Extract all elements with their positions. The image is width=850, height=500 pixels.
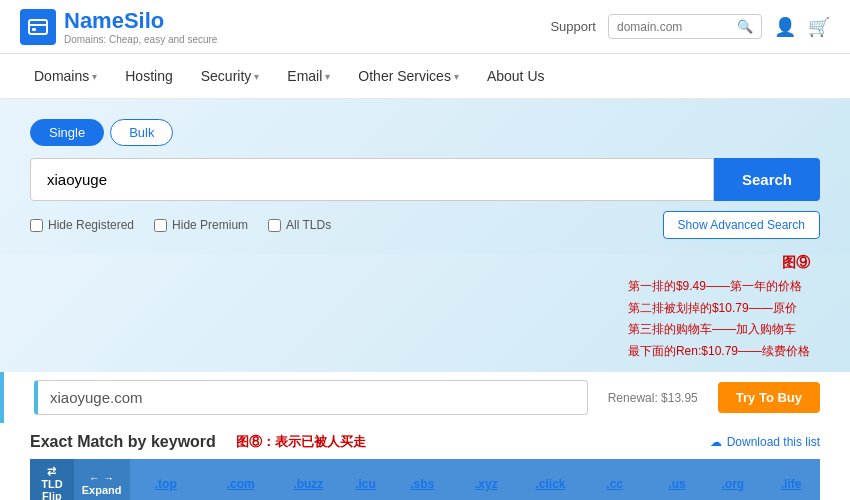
exact-match-section: Exact Match by keyword 图⑧：表示已被人买走 ☁ Down… xyxy=(0,423,850,500)
user-icon[interactable]: 👤 xyxy=(774,16,796,38)
nav-item-other-services[interactable]: Other Services ▾ xyxy=(344,54,473,98)
col-header-expand: ← →Expand xyxy=(74,459,130,500)
search-button[interactable]: Search xyxy=(714,158,820,201)
search-options: Hide Registered Hide Premium All TLDs Sh… xyxy=(30,211,820,239)
download-icon: ☁ xyxy=(710,435,722,449)
col-header-us: .us xyxy=(650,459,703,500)
renewal-text: Renewal: $13.95 xyxy=(608,391,698,405)
download-list-button[interactable]: ☁ Download this list xyxy=(710,435,820,449)
col-header-org: .org xyxy=(704,459,763,500)
annotation-area: 图⑨ 第一排的$9.49——第一年的价格 第二排被划掉的$10.79——原价 第… xyxy=(0,254,850,372)
annotation-box: 图⑨ 第一排的$9.49——第一年的价格 第二排被划掉的$10.79——原价 第… xyxy=(30,254,820,362)
logo-area: NameSilo Domains: Cheap, easy and secure xyxy=(20,8,217,45)
top-search-input[interactable] xyxy=(617,20,737,34)
nav-item-security[interactable]: Security ▾ xyxy=(187,54,274,98)
nav-item-about-us[interactable]: About Us xyxy=(473,54,559,98)
nav-item-hosting[interactable]: Hosting xyxy=(111,54,186,98)
domain-result-row: xiaoyuge.com Renewal: $13.95 Try To Buy xyxy=(0,372,850,423)
tab-single[interactable]: Single xyxy=(30,119,104,146)
advanced-search-button[interactable]: Show Advanced Search xyxy=(663,211,820,239)
annotation-text: 第一排的$9.49——第一年的价格 第二排被划掉的$10.79——原价 第三排的… xyxy=(628,276,810,362)
nav-item-domains[interactable]: Domains ▾ xyxy=(20,54,111,98)
logo-text: NameSilo Domains: Cheap, easy and secure xyxy=(64,8,217,45)
nav-item-email[interactable]: Email ▾ xyxy=(273,54,344,98)
hide-registered-option[interactable]: Hide Registered xyxy=(30,218,134,232)
nav-bar: Domains ▾ Hosting Security ▾ Email ▾ Oth… xyxy=(0,54,850,99)
tld-table: ⇄ TLDFlip ← →Expand .top .com .buzz .icu… xyxy=(30,459,820,500)
domain-result-name: xiaoyuge.com xyxy=(34,380,588,415)
col-header-icu: .icu xyxy=(337,459,394,500)
top-search-box[interactable]: 🔍 xyxy=(608,14,762,39)
svg-rect-0 xyxy=(29,20,47,34)
chevron-down-icon: ▾ xyxy=(454,71,459,82)
col-header-top: .top xyxy=(130,459,202,500)
chevron-down-icon: ▾ xyxy=(92,71,97,82)
try-buy-button[interactable]: Try To Buy xyxy=(718,382,820,413)
logo-icon xyxy=(20,9,56,45)
top-right-controls: Support 🔍 👤 🛒 xyxy=(550,14,830,39)
support-label: Support xyxy=(550,19,596,34)
search-tabs: Single Bulk xyxy=(30,119,820,146)
hero-section: Single Bulk Search Hide Registered Hide … xyxy=(0,99,850,254)
col-header-buzz: .buzz xyxy=(279,459,337,500)
chevron-down-icon: ▾ xyxy=(325,71,330,82)
col-header-cc: .cc xyxy=(579,459,650,500)
search-row: Search xyxy=(30,158,820,201)
svg-rect-2 xyxy=(32,28,36,31)
fig9-label: 图⑨ xyxy=(628,254,810,272)
fig8-annotation: 图⑧：表示已被人买走 xyxy=(236,433,366,451)
cart-icon[interactable]: 🛒 xyxy=(808,16,830,38)
col-header-life: .life xyxy=(762,459,820,500)
chevron-down-icon: ▾ xyxy=(254,71,259,82)
exact-header: Exact Match by keyword 图⑧：表示已被人买走 ☁ Down… xyxy=(30,433,820,451)
col-header-click: .click xyxy=(522,459,579,500)
col-header-sbs: .sbs xyxy=(394,459,451,500)
top-bar: NameSilo Domains: Cheap, easy and secure… xyxy=(0,0,850,54)
logo-name-part2: Silo xyxy=(124,8,164,33)
tld-table-wrapper: ⇄ TLDFlip ← →Expand .top .com .buzz .icu… xyxy=(30,459,820,500)
col-header-tld-flip: ⇄ TLDFlip xyxy=(30,459,74,500)
logo-name: NameSilo xyxy=(64,8,217,34)
logo-name-part1: Name xyxy=(64,8,124,33)
hide-registered-checkbox[interactable] xyxy=(30,219,43,232)
col-header-com: .com xyxy=(202,459,279,500)
tab-bulk[interactable]: Bulk xyxy=(110,119,173,146)
top-search-icon[interactable]: 🔍 xyxy=(737,19,753,34)
exact-match-title: Exact Match by keyword xyxy=(30,433,216,451)
all-tlds-checkbox[interactable] xyxy=(268,219,281,232)
domain-search-input[interactable] xyxy=(30,158,714,201)
hide-premium-option[interactable]: Hide Premium xyxy=(154,218,248,232)
all-tlds-option[interactable]: All TLDs xyxy=(268,218,331,232)
logo-tagline: Domains: Cheap, easy and secure xyxy=(64,34,217,45)
col-header-xyz: .xyz xyxy=(451,459,522,500)
hide-premium-checkbox[interactable] xyxy=(154,219,167,232)
